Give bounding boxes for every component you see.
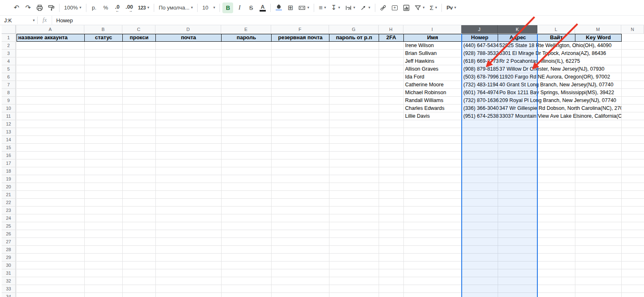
phone-cell[interactable]: (503) 678-7996: [463, 73, 499, 81]
phone-cell[interactable]: (928) 788-3532: [463, 50, 499, 57]
column-header-N[interactable]: N: [621, 25, 644, 34]
row-header[interactable]: 25: [2, 222, 15, 230]
row-header[interactable]: 34: [2, 293, 15, 297]
phone-cell[interactable]: (732) 870-1636: [463, 97, 499, 105]
name-cell[interactable]: Ida Ford: [405, 73, 460, 81]
header-cell-F1[interactable]: резервная почта: [272, 34, 329, 42]
text-color-button[interactable]: A: [257, 2, 268, 13]
header-cell-M1[interactable]: Key Word: [575, 34, 622, 42]
phone-cell[interactable]: (440) 647-5434: [463, 42, 499, 50]
address-cell[interactable]: 37 Willow Dr Chester, New Jersey(NJ), 07…: [499, 65, 621, 73]
address-cell[interactable]: 209 Royal Pl Long Branch, New Jersey(NJ)…: [499, 97, 621, 105]
row-header[interactable]: 17: [2, 159, 15, 167]
phone-cell[interactable]: (732) 483-1194: [463, 81, 499, 89]
text-wrap-button[interactable]: ▾: [343, 2, 358, 13]
column-header-M[interactable]: M: [575, 25, 621, 34]
address-cell[interactable]: 40 Grant St Long Branch, New Jersey(NJ),…: [499, 81, 621, 89]
name-cell[interactable]: Michael Robinson: [405, 89, 460, 97]
merge-cells-button[interactable]: ▾: [296, 2, 311, 13]
column-header-C[interactable]: C: [122, 25, 155, 34]
column-header-B[interactable]: B: [84, 25, 122, 34]
fill-color-button[interactable]: [273, 2, 284, 13]
zoom-select[interactable]: 100%▾: [62, 2, 83, 13]
functions-button[interactable]: Σ▾: [427, 2, 439, 13]
row-header[interactable]: 1: [2, 34, 15, 42]
font-size-select[interactable]: 10▾: [200, 2, 217, 13]
header-cell-A1[interactable]: название аккаунта: [17, 34, 85, 42]
percent-format-button[interactable]: %: [100, 2, 111, 13]
address-cell[interactable]: Po Box 1211 Bay Springs, Mississippi(MS)…: [499, 89, 621, 97]
header-cell-E1[interactable]: пароль: [222, 34, 272, 42]
phone-cell[interactable]: (908) 879-8185: [463, 65, 499, 73]
row-header[interactable]: 28: [2, 246, 15, 254]
column-header-K-selected[interactable]: K: [498, 25, 537, 34]
text-rotation-button[interactable]: ▾: [358, 2, 372, 13]
print-button[interactable]: [34, 2, 45, 13]
bold-button[interactable]: B: [222, 2, 233, 13]
header-cell-K1[interactable]: Адрес: [498, 34, 538, 42]
phone-cell[interactable]: (336) 366-3040: [463, 105, 499, 112]
name-cell[interactable]: Catherine Moore: [405, 81, 460, 89]
header-cell-J1[interactable]: Номер: [462, 34, 498, 42]
column-header-H[interactable]: H: [379, 25, 403, 34]
name-cell[interactable]: Jeff Hawkins: [405, 57, 460, 65]
header-cell-L1[interactable]: Вайт: [538, 34, 575, 42]
row-header[interactable]: 20: [2, 183, 15, 191]
italic-button[interactable]: I: [234, 2, 245, 13]
row-header[interactable]: 13: [2, 128, 15, 136]
row-header[interactable]: 18: [2, 167, 15, 175]
create-filter-button[interactable]: ▾: [413, 2, 427, 13]
address-cell[interactable]: Rr 2 Pocahontas, Illinois(IL), 62275: [499, 57, 621, 65]
address-cell[interactable]: 52825 State 18 Rte Wellington, Ohio(OH),…: [499, 42, 621, 50]
select-all-corner[interactable]: [2, 25, 16, 34]
column-header-A[interactable]: A: [17, 25, 84, 34]
row-header[interactable]: 32: [2, 277, 15, 285]
insert-link-button[interactable]: [378, 2, 389, 13]
row-header[interactable]: 26: [2, 230, 15, 238]
column-header-F[interactable]: F: [271, 25, 329, 34]
phone-cell[interactable]: (951) 674-2538: [463, 112, 499, 120]
row-header[interactable]: 16: [2, 152, 15, 159]
redo-button[interactable]: ↷: [23, 2, 33, 13]
column-header-I[interactable]: I: [403, 25, 461, 34]
formula-input[interactable]: Номер: [52, 16, 73, 25]
header-cell-G1[interactable]: пароль от р.п: [329, 34, 379, 42]
row-header[interactable]: 19: [2, 175, 15, 183]
name-cell[interactable]: Randall Williams: [405, 97, 460, 105]
address-cell[interactable]: 5301 El Mirage Dr Topock, Arizona(AZ), 8…: [499, 50, 621, 57]
column-header-E[interactable]: E: [221, 25, 271, 34]
vertical-align-button[interactable]: ↧▾: [329, 2, 342, 13]
header-cell-D1[interactable]: почта: [156, 34, 222, 42]
column-header-D[interactable]: D: [155, 25, 221, 34]
borders-button[interactable]: ⊞: [285, 2, 296, 13]
phone-cell[interactable]: (601) 764-4974: [463, 89, 499, 97]
address-cell[interactable]: 11920 Fargo Rd NE Aurora, Oregon(OR), 97…: [499, 73, 621, 81]
row-header[interactable]: 29: [2, 254, 15, 261]
row-header[interactable]: 12: [2, 120, 15, 128]
column-header-J-selected[interactable]: J: [461, 25, 498, 34]
currency-format-button[interactable]: р.: [89, 2, 100, 13]
name-cell[interactable]: Charles Edwards: [405, 105, 460, 112]
row-header[interactable]: 30: [2, 261, 15, 269]
column-header-L[interactable]: L: [537, 25, 575, 34]
insert-comment-button[interactable]: +: [389, 2, 400, 13]
insert-chart-button[interactable]: [401, 2, 412, 13]
header-cell-H1[interactable]: 2FA: [379, 34, 404, 42]
paint-format-button[interactable]: [46, 2, 57, 13]
row-header[interactable]: 22: [2, 199, 15, 207]
row-header[interactable]: 24: [2, 214, 15, 222]
name-cell[interactable]: Irene Wilson: [405, 42, 460, 50]
phone-cell[interactable]: (618) 669-2773: [463, 57, 499, 65]
decrease-decimal-button[interactable]: .0←: [112, 2, 123, 13]
more-tools-button[interactable]: Pv▾: [444, 2, 458, 13]
row-header[interactable]: 31: [2, 269, 15, 277]
font-family-select[interactable]: По умолча...▾: [157, 2, 195, 13]
name-cell[interactable]: Brian Sullivan: [405, 50, 460, 57]
address-cell[interactable]: 347 Wr Gillespie Rd Dobson, North Caroli…: [499, 105, 621, 112]
name-cell[interactable]: Allison Graves: [405, 65, 460, 73]
row-header[interactable]: 15: [2, 144, 15, 152]
address-cell[interactable]: 33037 Mountain View Ave Lake Elsinore, C…: [499, 112, 621, 120]
undo-button[interactable]: ↶: [11, 2, 22, 13]
name-box[interactable]: J:K ▾: [0, 16, 37, 25]
increase-decimal-button[interactable]: .00→: [124, 2, 135, 13]
